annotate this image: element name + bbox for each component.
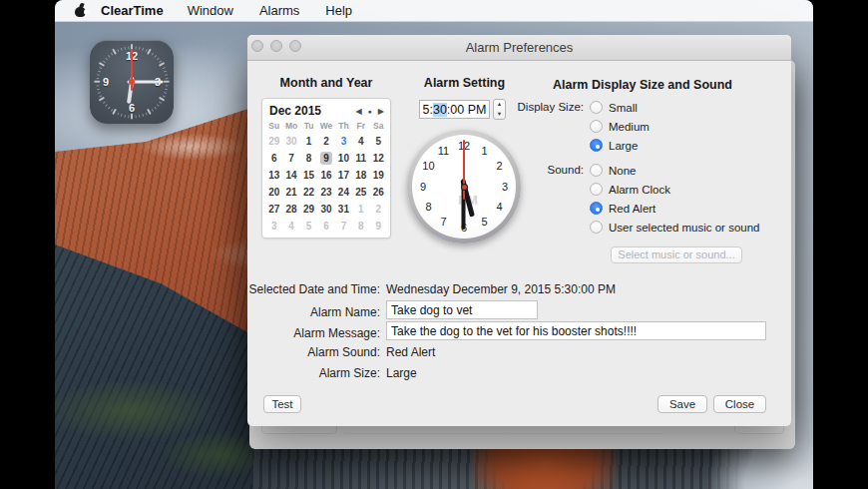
radio-label: Alarm Clock bbox=[609, 184, 670, 196]
calendar-day[interactable]: 23 bbox=[317, 184, 334, 201]
title-bar[interactable]: Alarm Preferences bbox=[247, 35, 791, 61]
calendar-day[interactable]: 2 bbox=[317, 133, 334, 150]
calendar-day[interactable]: 1 bbox=[300, 133, 317, 150]
calendar-day[interactable]: 6 bbox=[317, 218, 334, 235]
radio-button[interactable] bbox=[590, 120, 603, 133]
calendar-next-button[interactable]: ▶ bbox=[378, 107, 384, 116]
calendar-day[interactable]: 27 bbox=[265, 201, 282, 218]
menu-item-window[interactable]: Window bbox=[188, 3, 233, 18]
widget-tick bbox=[128, 46, 129, 49]
widget-clock-number: 6 bbox=[124, 102, 140, 114]
calendar-day[interactable]: 5 bbox=[370, 133, 387, 150]
calendar-day[interactable]: 22 bbox=[300, 184, 317, 201]
calendar-day[interactable]: 21 bbox=[282, 184, 299, 201]
radio-button[interactable] bbox=[590, 202, 603, 215]
calendar-day[interactable]: 9 bbox=[317, 150, 334, 167]
time-seconds-ampm: :00 PM bbox=[447, 103, 487, 117]
calendar-day[interactable]: 10 bbox=[335, 150, 352, 167]
widget-tick bbox=[165, 89, 168, 90]
radio-button[interactable] bbox=[590, 183, 603, 196]
radio-label: Red Alert bbox=[609, 203, 655, 215]
widget-tick bbox=[163, 67, 166, 69]
radio-button[interactable] bbox=[590, 101, 603, 114]
sound-option-none[interactable]: None bbox=[590, 161, 759, 180]
radio-label: User selected music or sound bbox=[609, 222, 759, 234]
alarm-analog-clock: 123456789101112 PM bbox=[407, 130, 521, 244]
calendar-day[interactable]: 7 bbox=[282, 150, 299, 167]
calendar-prev-button[interactable]: ◀ bbox=[355, 107, 361, 116]
weekday-tu: Tu bbox=[300, 121, 317, 131]
alarm-name-label: Alarm Name: bbox=[247, 305, 380, 319]
display-sound-heading: Alarm Display Size and Sound bbox=[547, 78, 738, 92]
calendar-day[interactable]: 19 bbox=[370, 167, 387, 184]
alarm-sound-label: Alarm Sound: bbox=[247, 345, 380, 359]
calendar-day[interactable]: 14 bbox=[282, 167, 299, 184]
alarm-message-input[interactable] bbox=[386, 321, 766, 340]
calendar-day[interactable]: 1 bbox=[352, 201, 369, 218]
window-title: Alarm Preferences bbox=[247, 35, 791, 61]
calendar-day[interactable]: 6 bbox=[265, 150, 282, 167]
calendar-day[interactable]: 30 bbox=[282, 133, 299, 150]
calendar-day[interactable]: 3 bbox=[265, 218, 282, 235]
calendar-day[interactable]: 7 bbox=[335, 218, 352, 235]
menu-item-alarms[interactable]: Alarms bbox=[259, 3, 299, 18]
widget-tick bbox=[124, 46, 125, 49]
widget-tick bbox=[163, 95, 166, 97]
radio-button[interactable] bbox=[590, 164, 603, 177]
calendar-day[interactable]: 26 bbox=[370, 184, 387, 201]
clock-number: 10 bbox=[420, 160, 436, 173]
calendar-day[interactable]: 28 bbox=[282, 201, 299, 218]
calendar-day[interactable]: 8 bbox=[300, 150, 317, 167]
calendar-today-button[interactable]: ● bbox=[368, 108, 372, 115]
sound-option-alarm-clock[interactable]: Alarm Clock bbox=[590, 180, 759, 199]
calendar-day[interactable]: 13 bbox=[265, 167, 282, 184]
test-button[interactable]: Test bbox=[263, 395, 301, 413]
calendar-day[interactable]: 16 bbox=[317, 167, 334, 184]
calendar-day[interactable]: 30 bbox=[317, 201, 334, 218]
widget-tick bbox=[99, 67, 102, 69]
widget-tick bbox=[159, 101, 162, 103]
calendar-day[interactable]: 3 bbox=[335, 133, 352, 150]
calendar-day[interactable]: 12 bbox=[370, 150, 387, 167]
calendar-day[interactable]: 17 bbox=[335, 167, 352, 184]
weekday-mo: Mo bbox=[282, 121, 299, 131]
calendar-day[interactable]: 11 bbox=[352, 150, 369, 167]
size-option-large[interactable]: Large bbox=[590, 136, 650, 155]
calendar-day[interactable]: 31 bbox=[335, 201, 352, 218]
desktop-clock-widget[interactable]: 12369 bbox=[90, 40, 174, 124]
calendar-day[interactable]: 18 bbox=[352, 167, 369, 184]
menu-item-help[interactable]: Help bbox=[325, 3, 352, 18]
calendar-day[interactable]: 20 bbox=[265, 184, 282, 201]
calendar-day[interactable]: 29 bbox=[265, 133, 282, 150]
sound-option-red-alert[interactable]: Red Alert bbox=[590, 199, 759, 218]
alarm-name-input[interactable] bbox=[386, 300, 538, 319]
calendar-day[interactable]: 4 bbox=[352, 133, 369, 150]
calendar-day[interactable]: 29 bbox=[300, 201, 317, 218]
clock-number: 11 bbox=[436, 145, 452, 158]
calendar-day[interactable]: 8 bbox=[352, 218, 369, 235]
calendar-day[interactable]: 15 bbox=[300, 167, 317, 184]
calendar-month-label: Dec 2015 bbox=[269, 104, 349, 118]
size-option-medium[interactable]: Medium bbox=[590, 117, 650, 136]
calendar-day[interactable]: 4 bbox=[282, 218, 299, 235]
calendar-day[interactable]: 24 bbox=[335, 184, 352, 201]
calendar-day[interactable]: 25 bbox=[352, 184, 369, 201]
calendar-grid: 2930123456789101112131415161718192021222… bbox=[265, 133, 387, 235]
menu-app-name[interactable]: ClearTime bbox=[101, 3, 164, 18]
widget-tick bbox=[164, 92, 167, 94]
apple-menu-icon[interactable] bbox=[75, 4, 87, 17]
calendar-day[interactable]: 9 bbox=[370, 218, 387, 235]
sound-option-user-selected-music-or-sound[interactable]: User selected music or sound bbox=[590, 218, 759, 237]
size-option-small[interactable]: Small bbox=[590, 98, 650, 117]
widget-tick bbox=[117, 49, 119, 52]
alarm-time-field[interactable]: 5:30:00 PM bbox=[419, 100, 490, 119]
calendar-day[interactable]: 5 bbox=[300, 218, 317, 235]
clock-number: 9 bbox=[415, 181, 431, 194]
radio-button[interactable] bbox=[590, 221, 603, 234]
radio-button[interactable] bbox=[590, 139, 603, 152]
close-button[interactable]: Close bbox=[713, 395, 766, 413]
alarm-message-label: Alarm Message: bbox=[247, 326, 380, 340]
save-button[interactable]: Save bbox=[657, 395, 707, 413]
weekday-we: We bbox=[317, 121, 334, 131]
calendar-day[interactable]: 2 bbox=[370, 201, 387, 218]
